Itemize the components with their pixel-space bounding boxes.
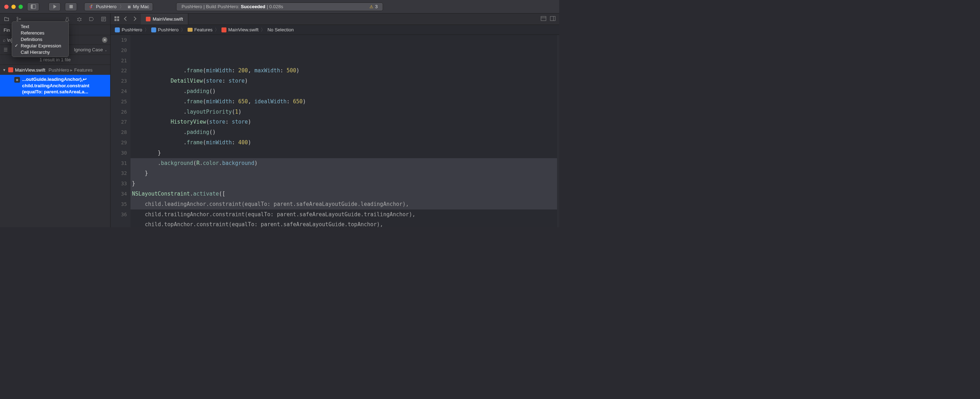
code-line[interactable]: .frame(minWidth: 200, maxWidth: 500)	[132, 65, 557, 76]
clear-search-button[interactable]: ✕	[102, 37, 107, 43]
code-line[interactable]: DetailView(store: store)	[132, 76, 557, 86]
run-button[interactable]	[48, 3, 60, 11]
search-match-row[interactable]: ≡ ...outGuide.leadingAnchor),↩ child.tra…	[0, 75, 110, 97]
editor-layout-icon[interactable]	[541, 16, 546, 22]
disclosure-triangle-icon[interactable]: ▼	[2, 68, 6, 72]
code-line[interactable]: .frame(minWidth: 650, idealWidth: 650)	[132, 97, 557, 107]
chevron-right-icon: 〉	[119, 3, 124, 10]
nav-forward-button[interactable]	[132, 16, 137, 22]
chevron-down-icon: ▼	[105, 50, 107, 52]
nav-back-button[interactable]	[123, 16, 128, 22]
code-line[interactable]: }	[132, 168, 557, 179]
result-file-row[interactable]: ▼ MainView.swift PushHero ▸ Features	[0, 65, 110, 75]
code-line[interactable]: .padding()	[132, 127, 557, 138]
code-line[interactable]: child.topAnchor.constraint(equalTo: pare…	[132, 220, 557, 227]
svg-rect-11	[541, 16, 546, 21]
code-content[interactable]: .frame(minWidth: 200, maxWidth: 500) Det…	[130, 35, 557, 227]
ignoring-case-label: Ignoring Case	[74, 47, 103, 52]
line-number: 29	[111, 138, 127, 148]
line-number: 28	[111, 127, 127, 138]
line-number: 22	[111, 65, 127, 76]
find-type-menu: TextReferencesDefinitionsRegular Express…	[12, 21, 69, 57]
line-number: 19	[111, 35, 127, 45]
jumpbar-segment[interactable]: MainView.swift	[221, 27, 259, 32]
code-line[interactable]: child.leadingAnchor.constraint(equalTo: …	[132, 199, 557, 209]
svg-rect-2	[69, 5, 72, 8]
report-navigator-icon[interactable]	[99, 15, 108, 23]
minimize-window-button[interactable]	[11, 5, 16, 9]
status-warnings[interactable]: ⚠ 3	[369, 4, 378, 9]
scheme-target: PushHero	[96, 4, 117, 9]
activity-status[interactable]: PushHero | Build PushHero: Succeeded | 0…	[176, 3, 383, 11]
svg-rect-8	[117, 16, 119, 18]
line-number: 26	[111, 107, 127, 117]
minimap[interactable]	[557, 35, 559, 227]
find-type-menu-item[interactable]: Definitions	[12, 36, 68, 43]
code-line[interactable]: .padding()	[132, 86, 557, 97]
jumpbar-segment[interactable]: PushHero	[115, 27, 142, 32]
window-controls	[4, 5, 23, 9]
svg-rect-9	[115, 19, 117, 21]
code-line[interactable]: }	[132, 179, 557, 189]
line-number: 20	[111, 45, 127, 55]
code-line[interactable]: HistoryView(store: store)	[132, 117, 557, 127]
proj-icon	[115, 27, 120, 32]
folder-icon	[188, 28, 192, 32]
warning-count: 3	[375, 4, 378, 9]
chevron-right-icon: 〉	[215, 27, 220, 33]
code-line[interactable]: child.trailingAnchor.constraint(equalTo:…	[132, 209, 557, 220]
jump-bar[interactable]: PushHero〉PushHero〉Features〉MainView.swif…	[111, 25, 559, 35]
line-number: 33	[111, 179, 127, 189]
svg-rect-1	[31, 5, 32, 8]
line-number: 35	[111, 199, 127, 209]
editor-view-controls	[111, 14, 141, 25]
code-editor[interactable]: 192021222324252627282930313233343536 .fr…	[111, 35, 559, 227]
editor-options	[537, 14, 559, 25]
titlebar: 🦸 PushHero 〉 🖥 My Mac PushHero | Build P…	[0, 0, 559, 14]
case-selector[interactable]: Ignoring Case ▼	[74, 47, 107, 52]
jumpbar-segment[interactable]: No Selection	[267, 27, 294, 32]
code-line[interactable]: NSLayoutConstraint.activate([	[132, 189, 557, 199]
scope-icon: ☰	[3, 47, 8, 52]
result-file-path: PushHero ▸ Features	[48, 67, 92, 73]
status-result: Succeeded	[241, 4, 265, 9]
maximize-window-button[interactable]	[19, 5, 23, 9]
find-type-menu-item[interactable]: Call Hierarchy	[12, 49, 68, 55]
line-number: 32	[111, 168, 127, 179]
proj-icon	[151, 27, 156, 32]
chevron-right-icon: 〉	[261, 27, 265, 33]
code-line[interactable]: .frame(minWidth: 400)	[132, 138, 557, 148]
svg-point-5	[20, 19, 21, 20]
app-icon: 🦸	[88, 4, 94, 9]
code-line[interactable]: .layoutPriority(1)	[132, 107, 557, 117]
adjust-editor-icon[interactable]	[550, 16, 555, 22]
find-type-menu-item[interactable]: Text	[12, 23, 68, 30]
editor-tab[interactable]: MainView.swift	[141, 14, 188, 25]
code-line[interactable]: }	[132, 148, 557, 158]
find-mode-label: Fin	[3, 27, 10, 33]
jumpbar-segment[interactable]: PushHero	[151, 27, 179, 32]
line-number: 25	[111, 97, 127, 107]
line-gutter: 192021222324252627282930313233343536	[111, 35, 130, 227]
toggle-navigator-button[interactable]	[27, 3, 39, 11]
line-number: 30	[111, 148, 127, 158]
find-type-menu-item[interactable]: References	[12, 30, 68, 36]
find-type-menu-item[interactable]: Regular Expression	[12, 43, 68, 49]
svg-rect-10	[117, 19, 119, 21]
close-window-button[interactable]	[4, 5, 8, 9]
jumpbar-segment[interactable]: Features	[188, 27, 213, 32]
scheme-selector[interactable]: 🦸 PushHero 〉 🖥 My Mac	[84, 3, 153, 11]
svg-rect-7	[115, 16, 117, 18]
project-navigator-icon[interactable]	[2, 15, 11, 23]
navigator-sidebar: Fin TextReferencesDefinitionsRegular Exp…	[0, 14, 111, 227]
related-items-icon[interactable]	[114, 16, 119, 22]
swift-file-icon	[8, 67, 13, 72]
debug-navigator-icon[interactable]	[75, 15, 84, 23]
code-line[interactable]: .background(R.color.background)	[132, 158, 557, 168]
line-number: 23	[111, 76, 127, 86]
line-number: 34	[111, 189, 127, 199]
line-number: 24	[111, 86, 127, 97]
stop-button[interactable]	[65, 3, 77, 11]
result-file-name: MainView.swift	[15, 67, 45, 73]
breakpoint-navigator-icon[interactable]	[87, 15, 96, 23]
